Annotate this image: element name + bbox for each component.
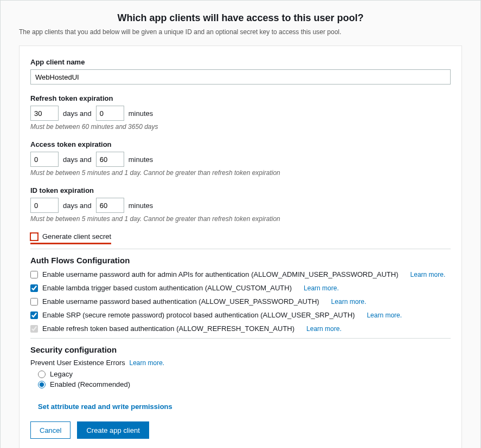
access-token-label: Access token expiration [30,140,451,148]
security-learn-more-link[interactable]: Learn more. [129,359,164,367]
app-client-name-label: App client name [30,58,451,66]
auth-flow-row: Enable refresh token based authenticatio… [30,324,451,333]
access-helper: Must be between 5 minutes and 1 day. Can… [30,169,451,177]
refresh-token-label: Refresh token expiration [30,94,451,102]
auth-flow-checkbox-2[interactable] [30,298,38,306]
auth-flows-heading: Auth Flows Configuration [30,256,451,265]
refresh-helper: Must be between 60 minutes and 3650 days [30,123,451,131]
minutes-label: minutes [129,109,153,118]
prevent-errors-label: Prevent User Existence Errors [30,359,125,367]
enabled-radio-label: Enabled (Recommended) [50,380,130,388]
id-token-label: ID token expiration [30,186,451,194]
auth-flow-checkbox-1[interactable] [30,284,38,292]
days-and-label: days and [63,109,92,118]
separator [30,249,451,249]
access-minutes-input[interactable] [96,152,124,167]
auth-flow-row: Enable username password auth for admin … [30,270,451,278]
create-app-client-button[interactable]: Create app client [77,421,149,439]
security-heading: Security configuration [30,345,451,354]
app-client-panel: App client name Refresh token expiration… [19,46,462,448]
page-title: Which app clients will have access to th… [1,12,480,24]
auth-flow-row: Enable SRP (secure remote password) prot… [30,311,451,319]
auth-flows-list: Enable username password auth for admin … [30,270,451,333]
auth-flow-learn-more-link[interactable]: Learn more. [367,311,402,319]
auth-flow-row: Enable lambda trigger based custom authe… [30,284,451,292]
auth-flow-label: Enable SRP (secure remote password) prot… [42,311,355,319]
legacy-radio[interactable] [38,371,46,378]
auth-flow-row: Enable username password based authentic… [30,297,451,306]
auth-flow-checkbox-0[interactable] [30,271,38,278]
page-container: Which app clients will have access to th… [0,0,481,448]
id-helper: Must be between 5 minutes and 1 day. Can… [30,215,451,223]
auth-flow-label: Enable lambda trigger based custom authe… [42,284,292,292]
minutes-label: minutes [129,202,153,210]
auth-flow-learn-more-link[interactable]: Learn more. [306,325,342,333]
refresh-minutes-input[interactable] [96,106,124,121]
legacy-radio-label: Legacy [50,370,73,378]
id-days-input[interactable] [30,198,59,213]
minutes-label: minutes [129,155,153,164]
enabled-radio[interactable] [38,381,46,388]
auth-flow-checkbox-3[interactable] [30,311,38,319]
id-minutes-input[interactable] [96,198,124,213]
generate-secret-label: Generate client secret [42,232,111,241]
generate-secret-row: Generate client secret [30,232,111,244]
refresh-days-input[interactable] [30,106,59,121]
cancel-button[interactable]: Cancel [30,421,70,439]
auth-flow-label: Enable username password auth for admin … [42,270,399,278]
set-attribute-permissions-link[interactable]: Set attribute read and write permissions [38,402,451,411]
auth-flow-learn-more-link[interactable]: Learn more. [304,284,339,292]
days-and-label: days and [63,155,92,164]
separator [30,338,451,339]
access-days-input[interactable] [30,152,59,167]
auth-flow-learn-more-link[interactable]: Learn more. [331,298,367,306]
auth-flow-checkbox-4 [30,325,38,333]
page-subtitle: The app clients that you add below will … [19,28,480,36]
auth-flow-label: Enable username password based authentic… [42,297,319,306]
app-client-name-input[interactable] [30,69,451,85]
auth-flow-learn-more-link[interactable]: Learn more. [411,271,446,278]
days-and-label: days and [63,202,92,210]
auth-flow-label: Enable refresh token based authenticatio… [42,324,294,333]
generate-secret-checkbox[interactable] [30,233,38,241]
